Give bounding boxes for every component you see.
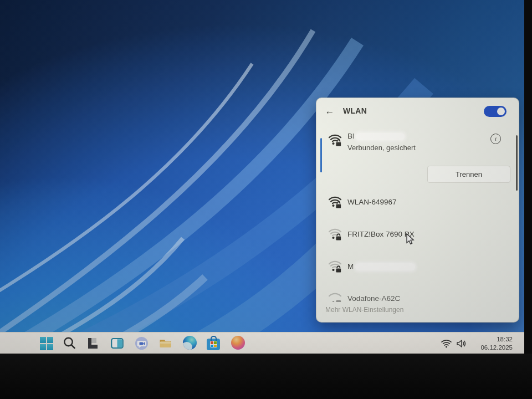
network-name: M	[347, 262, 415, 270]
network-name: FRITZ!Box 7690 PX	[347, 230, 415, 238]
start-icon	[40, 337, 46, 343]
taskbar-edge[interactable]	[183, 336, 198, 351]
network-name: WLAN-649967	[347, 198, 397, 206]
tray-clock[interactable]: 18:32 06.12.2025	[473, 335, 513, 351]
toggle-knob	[497, 108, 505, 115]
censored-name-blur	[355, 263, 415, 270]
connected-network-name: Bl	[347, 132, 405, 140]
tray-volume-button[interactable]	[456, 339, 466, 348]
network-row-vodafone-clipped[interactable]: Vodafone-A62C	[316, 290, 514, 301]
wifi-toggle[interactable]	[484, 106, 507, 117]
taskbar-app-snap-panes[interactable]	[110, 336, 125, 351]
tray-wifi-button[interactable]	[441, 339, 452, 348]
monitor-bezel-right	[524, 0, 532, 399]
tray-date: 06.12.2025	[473, 344, 513, 352]
system-tray: 18:32 06.12.2025	[441, 334, 513, 352]
search-button[interactable]	[62, 336, 77, 351]
tray-time: 18:32	[473, 335, 513, 344]
wlan-flyout-panel: ← WLAN Bl Ve	[316, 98, 519, 323]
wifi-icon	[442, 340, 451, 342]
network-row-censored[interactable]: M	[316, 258, 514, 282]
monitor-bezel-bottom	[0, 354, 532, 399]
network-row-fritzbox[interactable]: FRITZ!Box 7690 PX	[316, 226, 514, 250]
wlan-panel-header: ← WLAN	[316, 98, 519, 124]
back-button[interactable]: ←	[323, 105, 336, 117]
firefox-icon	[231, 336, 245, 350]
microsoft-store-icon	[207, 339, 220, 350]
start-button[interactable]	[39, 336, 54, 351]
speaker-icon	[457, 340, 462, 347]
mouse-cursor	[406, 233, 415, 245]
taskbar-firefox[interactable]	[231, 336, 246, 351]
network-name: Vodafone-A62C	[347, 294, 400, 301]
taskbar: 18:32 06.12.2025	[0, 332, 524, 354]
wifi-weak-secured-icon	[328, 291, 342, 301]
disconnect-button[interactable]: Trennen	[427, 166, 510, 183]
windows-desktop: ← WLAN Bl Ve	[0, 0, 524, 354]
censored-name-blur	[356, 133, 405, 140]
app-l-shape-icon	[91, 338, 96, 343]
taskbar-file-explorer[interactable]	[158, 336, 173, 351]
taskbar-app-l-shape[interactable]	[85, 336, 100, 351]
wifi-secured-icon	[328, 195, 342, 209]
wifi-weak-secured-icon	[328, 259, 342, 274]
network-row-wlan-649967[interactable]: WLAN-649967	[316, 193, 514, 218]
connection-status: Verbunden, gesichert	[347, 144, 416, 152]
wifi-secured-icon	[328, 132, 342, 147]
taskbar-teams-chat[interactable]	[134, 336, 149, 351]
panel-title: WLAN	[343, 106, 367, 115]
wifi-weak-secured-icon	[328, 227, 342, 242]
monitor-photo: ← WLAN Bl Ve	[0, 0, 532, 399]
network-properties-icon[interactable]: i	[490, 134, 501, 144]
network-list: WLAN-649967 FRITZ!Box 7690 PX	[316, 187, 514, 301]
edge-icon	[183, 336, 197, 350]
taskbar-microsoft-store[interactable]	[207, 336, 222, 351]
panel-scrollbar[interactable]	[516, 135, 518, 191]
selection-accent-bar	[320, 138, 322, 172]
more-wlan-settings-link[interactable]: Mehr WLAN-Einstellungen	[325, 306, 403, 314]
